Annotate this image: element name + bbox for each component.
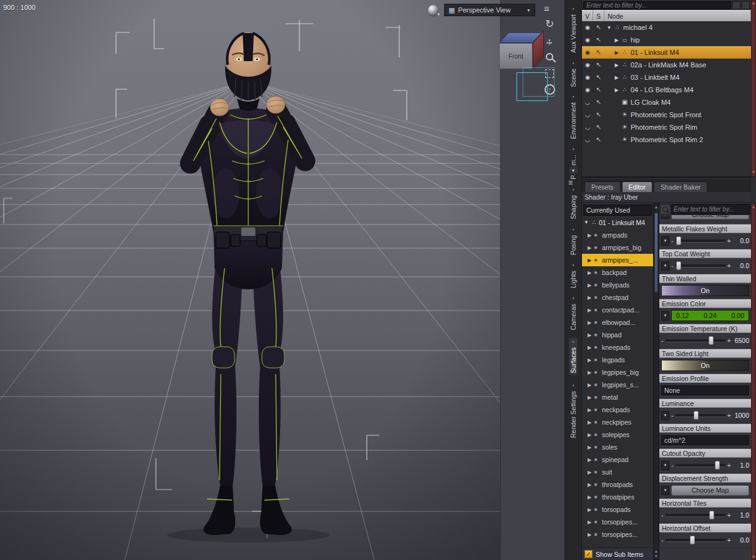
material-row[interactable]: ▶ ● torsopads xyxy=(582,503,653,516)
material-root-row[interactable]: ▼ 01 - Linksuit M4 xyxy=(582,216,653,228)
material-row[interactable]: ▶ ● bellypads xyxy=(582,279,653,291)
expand-arrow-icon[interactable]: ▶ xyxy=(588,357,594,363)
surfaces-tab[interactable]: Presets xyxy=(584,181,621,192)
scrollbar-thumb[interactable] xyxy=(654,213,658,292)
expand-arrow-icon[interactable]: ▶ xyxy=(588,370,594,375)
property-label[interactable]: Emission Temperature (K) xyxy=(659,324,751,333)
slider-track[interactable] xyxy=(676,464,725,467)
side-tab[interactable]: Cameras ▪ xyxy=(570,296,577,331)
material-row[interactable]: ▶ ● soles xyxy=(582,441,653,453)
material-row[interactable]: ▶ ● legpads xyxy=(582,354,653,366)
slider-value[interactable]: 0.0 xyxy=(733,262,749,269)
material-row[interactable]: ▶ ● hippad xyxy=(582,329,653,341)
property-dropdown-button[interactable]: ▼ xyxy=(661,461,669,470)
scene-node-row[interactable]: ↖ ▶ 02a - LinkMask M4 Base xyxy=(582,59,751,71)
expand-arrow-icon[interactable]: ▶ xyxy=(588,320,594,326)
value-field[interactable]: None xyxy=(661,385,749,395)
slider-thumb[interactable] xyxy=(709,336,714,345)
selectability-toggle[interactable]: ↖ xyxy=(593,37,604,43)
property-label[interactable]: Luminance Units xyxy=(659,423,751,433)
pane-options-icon[interactable]: ≡ xyxy=(544,4,550,13)
slider-decrement[interactable]: - xyxy=(661,512,664,519)
node-label[interactable]: Photometric Spot Rim 2 xyxy=(629,136,703,143)
expand-arrow-icon[interactable]: ▶ xyxy=(613,37,620,43)
scene-node-row[interactable]: ↖ Photometric Spot Rim 2 xyxy=(582,133,751,146)
selectability-toggle[interactable]: ↖ xyxy=(593,74,604,80)
visibility-toggle[interactable] xyxy=(582,112,593,118)
visibility-toggle[interactable] xyxy=(582,37,593,43)
material-row[interactable]: ▶ ● torsopipes... xyxy=(582,516,653,528)
property-dropdown-button[interactable]: ▼ xyxy=(661,215,669,219)
property-label[interactable]: Emission Profile xyxy=(659,374,751,383)
property-label[interactable]: Horizontal Offset xyxy=(659,523,751,533)
material-row[interactable]: ▶ ● legpipes_s... xyxy=(582,379,653,391)
expand-arrow-icon[interactable]: ▶ xyxy=(588,482,594,488)
scroll-down-icon[interactable]: ▼ xyxy=(751,555,756,559)
slider-increment[interactable]: + xyxy=(727,337,731,344)
column-header-cell[interactable]: V xyxy=(582,10,593,21)
selectability-toggle[interactable]: ↖ xyxy=(593,112,604,118)
material-row[interactable]: ▶ ● elbowpad... xyxy=(582,316,653,329)
slider-thumb[interactable] xyxy=(676,236,681,245)
toggle-switch[interactable]: On xyxy=(661,285,749,296)
scene-node-row[interactable]: ↖ ▶ 04 - LG Beltbags M4 xyxy=(582,84,751,96)
expand-arrow-icon[interactable]: ▶ xyxy=(588,395,594,400)
material-row[interactable]: ▶ ● neckpipes xyxy=(582,416,653,428)
selectability-toggle[interactable]: ↖ xyxy=(593,87,604,93)
node-label[interactable]: 04 - LG Beltbags M4 xyxy=(629,86,694,94)
selectability-toggle[interactable]: ↖ xyxy=(593,24,604,31)
expand-arrow-icon[interactable]: ▼ xyxy=(606,25,613,31)
expand-arrow-icon[interactable]: ▶ xyxy=(588,420,594,425)
scroll-up-icon[interactable]: ▲ xyxy=(654,205,659,209)
properties-scrollbar[interactable] xyxy=(751,203,756,560)
visibility-toggle[interactable] xyxy=(582,75,593,80)
surfaces-tab[interactable]: Shader Baker xyxy=(654,181,707,192)
slider-increment[interactable]: + xyxy=(727,238,731,244)
expand-arrow-icon[interactable]: ▶ xyxy=(588,532,594,538)
node-label[interactable]: 03 - Linkbelt M4 xyxy=(629,74,679,81)
expand-arrow-icon[interactable]: ▶ xyxy=(588,295,594,301)
visibility-toggle[interactable] xyxy=(582,100,593,105)
selectability-toggle[interactable]: ↖ xyxy=(593,99,604,105)
slider-thumb[interactable] xyxy=(694,411,699,420)
material-row[interactable]: ▶ ● armpads xyxy=(582,229,653,241)
property-label[interactable]: Thin Walled xyxy=(659,274,751,283)
pane-group-options-icon[interactable]: ≡ xyxy=(568,179,573,186)
property-label[interactable]: Two Sided Light xyxy=(659,349,751,358)
node-label[interactable]: 02a - LinkMask M4 Base xyxy=(629,61,706,69)
material-row[interactable]: ▶ ● metal xyxy=(582,391,653,403)
slider-increment[interactable]: + xyxy=(727,263,731,269)
expand-arrow-icon[interactable]: ▶ xyxy=(588,470,594,475)
property-label[interactable]: Luminance xyxy=(659,398,751,408)
node-label[interactable]: hip xyxy=(629,36,640,44)
slider-track[interactable] xyxy=(676,239,725,243)
property-dropdown-button[interactable]: ▼ xyxy=(661,311,669,321)
selectability-toggle[interactable]: ↖ xyxy=(593,62,604,68)
scene-filter-button[interactable] xyxy=(732,1,740,9)
expand-arrow-icon[interactable]: ▶ xyxy=(588,258,594,263)
scene-node-row[interactable]: ↖ ▶ 03 - Linkbelt M4 xyxy=(582,71,751,84)
slider-track[interactable] xyxy=(666,514,725,517)
visibility-toggle[interactable] xyxy=(582,62,593,68)
slider-track[interactable] xyxy=(676,264,725,268)
visibility-toggle[interactable] xyxy=(582,137,593,143)
material-row[interactable]: ▶ ● torsopipes... xyxy=(582,528,653,541)
slider-value[interactable]: 0.0 xyxy=(733,536,749,544)
slider-track[interactable] xyxy=(676,414,725,417)
property-dropdown-button[interactable]: ▼ xyxy=(661,261,669,271)
view-selector-dropdown[interactable]: ▦ Perspective View ▼ xyxy=(444,4,535,16)
node-label[interactable]: Photometric Spot Rim xyxy=(629,123,697,131)
surfaces-tab[interactable]: Editor xyxy=(622,181,652,192)
value-field[interactable]: cd/m^2 xyxy=(661,435,749,445)
slider-increment[interactable]: + xyxy=(727,462,731,469)
slider-value[interactable]: 0.0 xyxy=(733,237,749,244)
scroll-up-icon[interactable]: ▲ xyxy=(751,205,756,209)
material-list-scrollbar[interactable]: ▲ ▲ ▼ xyxy=(653,203,659,560)
node-label[interactable]: 01 - Linksuit M4 xyxy=(629,49,679,56)
slider-thumb[interactable] xyxy=(676,261,681,270)
column-header-cell[interactable]: Node xyxy=(604,10,751,21)
scroll-up-icon[interactable]: ▲ xyxy=(751,1,756,5)
slider-decrement[interactable]: - xyxy=(671,412,674,419)
expand-arrow-icon[interactable]: ▶ xyxy=(588,345,594,350)
material-row[interactable]: ▶ ● armpipes_... xyxy=(582,254,653,266)
